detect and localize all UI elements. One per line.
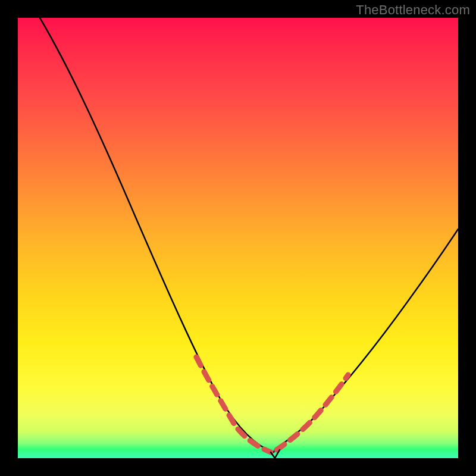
chart-frame: TheBottleneck.com xyxy=(0,0,476,476)
curve-path xyxy=(40,18,458,452)
plot-area xyxy=(18,18,458,458)
dashed-overlay-right xyxy=(277,375,348,450)
watermark-text: TheBottleneck.com xyxy=(356,2,470,18)
bottleneck-curve xyxy=(18,18,458,458)
dashed-overlay-left xyxy=(196,357,271,452)
